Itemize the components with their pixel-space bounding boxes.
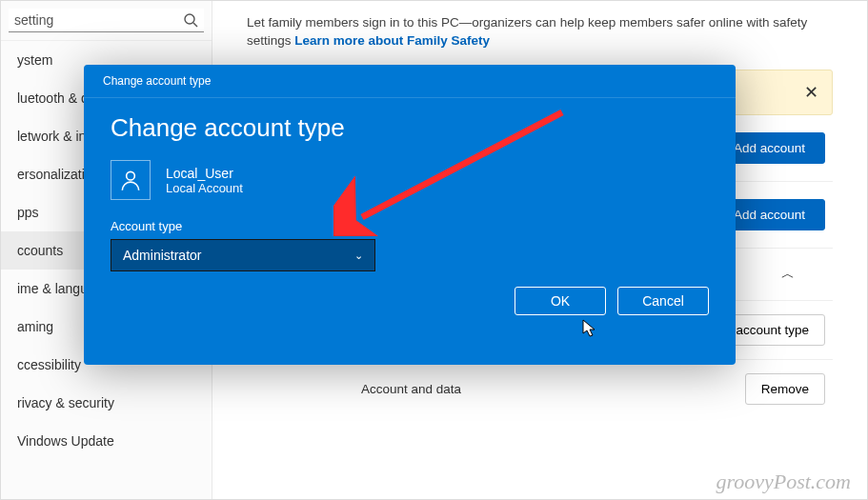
svg-point-0: [185, 14, 194, 24]
dialog-heading: Change account type: [111, 113, 709, 143]
account-type-label: Account type: [111, 219, 709, 233]
remove-button[interactable]: Remove: [745, 373, 825, 405]
ok-button[interactable]: OK: [515, 287, 606, 315]
family-safety-link[interactable]: Learn more about Family Safety: [294, 33, 490, 48]
account-data-label: Account and data: [361, 382, 461, 396]
close-icon[interactable]: ✕: [804, 84, 818, 101]
search-input[interactable]: [9, 9, 204, 32]
change-account-type-dialog: Change account type Change account type …: [84, 65, 736, 365]
user-account-type: Local Account: [166, 181, 243, 195]
family-description: Let family members sign in to this PC—or…: [247, 14, 833, 50]
svg-point-2: [127, 171, 135, 180]
search-field[interactable]: [14, 12, 183, 28]
cancel-button[interactable]: Cancel: [617, 287, 709, 315]
sidebar-item-windows-update[interactable]: Vindows Update: [1, 422, 212, 460]
dialog-title-bar: Change account type: [84, 65, 736, 98]
chevron-down-icon: ⌄: [354, 250, 363, 262]
svg-line-1: [193, 23, 197, 27]
account-type-dropdown[interactable]: Administrator ⌄: [111, 239, 375, 271]
user-icon: [111, 160, 151, 200]
search-icon: [183, 12, 198, 28]
chevron-up-icon[interactable]: ︿: [781, 266, 795, 283]
user-name: Local_User: [166, 166, 243, 181]
sidebar-item-privacy[interactable]: rivacy & security: [1, 384, 212, 422]
dropdown-value: Administrator: [123, 248, 201, 263]
